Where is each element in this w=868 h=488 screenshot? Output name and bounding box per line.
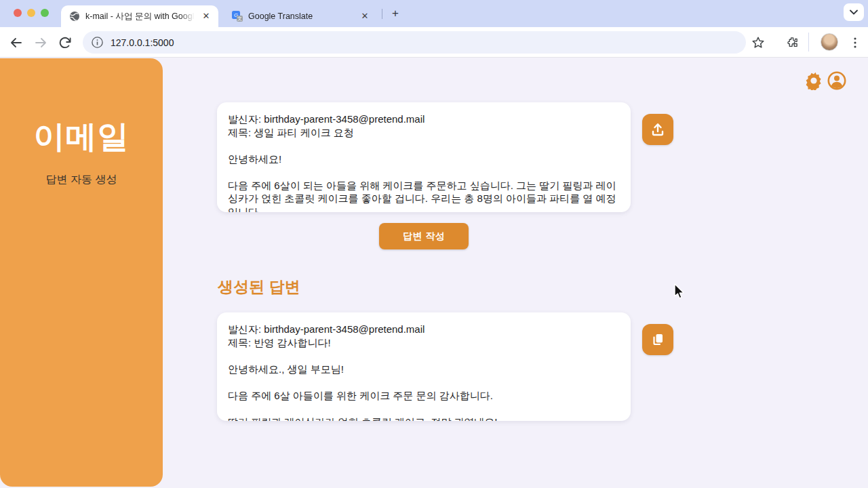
generated-reply-heading: 생성된 답변 <box>218 277 300 298</box>
email-from: 발신자: birthday-parent-3458@pretend.mail <box>228 113 620 126</box>
site-info-icon[interactable] <box>92 37 103 48</box>
svg-text:文: 文 <box>237 16 242 22</box>
macos-minimize-button[interactable] <box>27 9 35 17</box>
reload-icon[interactable] <box>57 35 73 51</box>
settings-gear-icon[interactable] <box>804 71 823 90</box>
reply-email-card: 발신자: birthday-parent-3458@pretend.mail 제… <box>217 312 631 421</box>
browser-toolbar: 127.0.0.1:5000 <box>0 27 868 58</box>
macos-zoom-button[interactable] <box>41 9 49 17</box>
toolbar-divider <box>808 33 809 52</box>
reply-greeting: 안녕하세요., 생일 부모님! <box>228 363 620 376</box>
profile-avatar[interactable] <box>821 33 838 51</box>
original-email-card: 발신자: birthday-parent-3458@pretend.mail 제… <box>217 102 631 212</box>
tab-google-translate[interactable]: G 文 Google Translate ✕ <box>224 5 377 27</box>
write-reply-button[interactable]: 답변 작성 <box>379 223 469 249</box>
mouse-cursor <box>673 283 686 301</box>
reply-subject: 제목: 반영 감사합니다! <box>228 336 620 350</box>
tab-close-icon[interactable]: ✕ <box>201 11 212 22</box>
chevron-down-icon <box>850 9 858 15</box>
tab-search-chevron-button[interactable] <box>844 3 864 21</box>
bookmark-star-icon[interactable] <box>751 35 766 51</box>
url-text: 127.0.0.1:5000 <box>111 37 174 48</box>
email-subject: 제목: 생일 파티 케이크 요청 <box>228 126 620 140</box>
tab-kmail[interactable]: k-mail - 사업 문의 with Google ✕ <box>61 5 218 27</box>
copy-reply-button[interactable] <box>642 324 673 355</box>
macos-close-button[interactable] <box>14 9 22 17</box>
address-bar[interactable]: 127.0.0.1:5000 <box>83 31 746 54</box>
tab-strip: k-mail - 사업 문의 with Google ✕ G 文 Google … <box>0 0 868 27</box>
upload-email-button[interactable] <box>642 114 673 145</box>
tab-divider <box>382 9 382 19</box>
sidebar: 이메일 답변 자동 생성 <box>0 58 163 487</box>
tab-close-icon[interactable]: ✕ <box>359 11 370 22</box>
forward-icon[interactable] <box>33 35 49 51</box>
reply-body: 다음 주에 6살 아들이를 위한 케이크 주문 문의 감사합니다. <box>228 389 620 403</box>
app-content: 이메일 답변 자동 생성 발신자: birthday-parent-3458@p… <box>0 58 868 488</box>
reply-from: 발신자: birthday-parent-3458@pretend.mail <box>228 323 620 336</box>
app-title: 이메일 <box>0 116 163 158</box>
extensions-puzzle-icon[interactable] <box>785 35 800 51</box>
email-greeting: 안녕하세요! <box>228 152 620 166</box>
upload-icon <box>650 121 666 138</box>
globe-favicon-icon <box>69 11 80 22</box>
copy-icon <box>650 331 666 348</box>
email-body: 다음 주에 6살이 되는 아들을 위해 케이크를 주문하고 싶습니다. 그는 딸… <box>228 179 620 213</box>
translate-favicon-icon: G 文 <box>232 11 243 22</box>
kebab-menu-icon[interactable] <box>848 35 863 51</box>
tab-title: k-mail - 사업 문의 with Google <box>85 11 197 22</box>
reply-clipped-line: 딸기 필링과 레이싱카가 얹힌 초콜릿 케이크, 정말 귀엽네요! <box>228 415 620 422</box>
account-user-icon[interactable] <box>827 71 846 90</box>
app-subtitle: 답변 자동 생성 <box>0 173 163 187</box>
new-tab-button[interactable]: + <box>388 6 403 21</box>
tab-title: Google Translate <box>248 12 355 21</box>
back-icon[interactable] <box>8 35 24 51</box>
